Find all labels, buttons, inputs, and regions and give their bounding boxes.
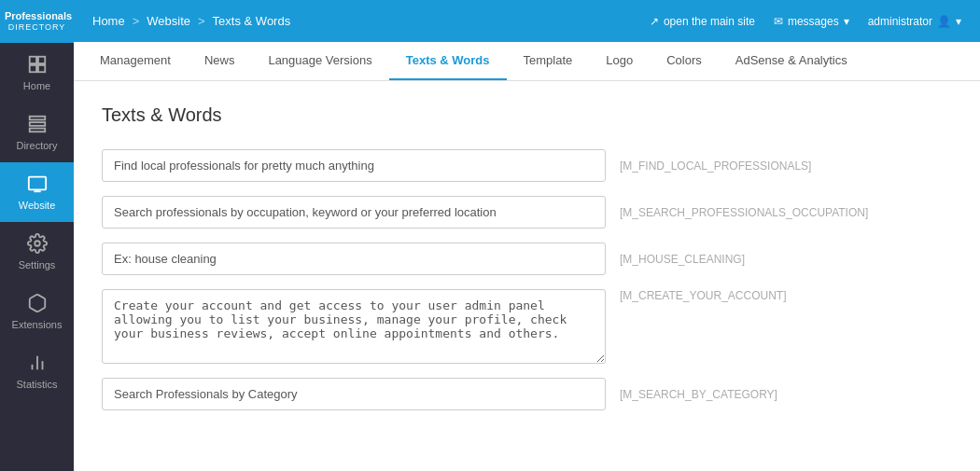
field-house-cleaning[interactable] xyxy=(102,242,606,275)
sidebar-logo: Professionals DIRECTORY xyxy=(0,0,74,43)
tab-management[interactable]: Management xyxy=(83,42,188,80)
tab-logo[interactable]: Logo xyxy=(589,42,650,80)
tab-news-label: News xyxy=(204,53,235,67)
admin-link[interactable]: administrator 👤 ▾ xyxy=(868,15,961,28)
breadcrumb-sep1: > xyxy=(133,14,140,28)
tab-template-label: Template xyxy=(524,53,573,67)
tab-logo-label: Logo xyxy=(606,53,633,67)
topbar: Home > Website > Texts & Words ↗ open th… xyxy=(74,0,980,42)
content-area: Management News Language Versions Texts … xyxy=(74,42,980,471)
admin-chevron-icon: ▾ xyxy=(956,15,961,28)
website-icon xyxy=(27,173,48,196)
topbar-right: ↗ open the main site ✉ messages ▾ admini… xyxy=(650,15,961,28)
svg-rect-6 xyxy=(29,129,45,132)
sidebar-website-label: Website xyxy=(19,200,56,211)
tab-language-versions[interactable]: Language Versions xyxy=(251,42,388,80)
field-row-2: [M_SEARCH_PROFESSIONALS_OCCUPATION] xyxy=(102,196,952,229)
brand-sub: DIRECTORY xyxy=(5,22,69,34)
sidebar-item-settings[interactable]: Settings xyxy=(0,222,74,282)
sidebar: Professionals DIRECTORY Home Directory W… xyxy=(0,0,74,471)
sidebar-item-statistics[interactable]: Statistics xyxy=(0,341,74,401)
tab-adsense-label: AdSense & Analytics xyxy=(735,53,847,67)
svg-rect-0 xyxy=(29,57,35,63)
breadcrumb-website[interactable]: Website xyxy=(147,14,190,28)
sidebar-directory-label: Directory xyxy=(16,140,57,151)
external-link-icon: ↗ xyxy=(650,15,659,28)
breadcrumb-home[interactable]: Home xyxy=(92,14,125,28)
breadcrumb-sep2: > xyxy=(198,14,205,28)
tabs-bar: Management News Language Versions Texts … xyxy=(74,42,980,81)
svg-rect-5 xyxy=(29,122,45,126)
open-site-label: open the main site xyxy=(664,15,755,28)
home-icon xyxy=(27,54,48,76)
tab-colors[interactable]: Colors xyxy=(650,42,719,80)
open-main-site-link[interactable]: ↗ open the main site xyxy=(650,15,755,28)
field-tag-2: [M_SEARCH_PROFESSIONALS_OCCUPATION] xyxy=(620,206,868,219)
tab-language-label: Language Versions xyxy=(268,53,371,67)
statistics-icon xyxy=(27,353,48,375)
admin-label: administrator xyxy=(868,15,932,28)
chevron-down-icon: ▾ xyxy=(844,15,849,28)
field-create-account[interactable]: Create your account and get access to yo… xyxy=(102,289,606,364)
brand-name: Professionals xyxy=(5,9,69,22)
sidebar-item-home[interactable]: Home xyxy=(0,43,74,103)
messages-link[interactable]: ✉ messages ▾ xyxy=(774,15,849,28)
field-find-professionals[interactable] xyxy=(102,149,606,182)
tab-texts-label: Texts & Words xyxy=(406,53,490,67)
svg-rect-3 xyxy=(37,65,44,72)
tab-texts-words[interactable]: Texts & Words xyxy=(389,42,507,80)
messages-label: messages xyxy=(788,15,839,28)
settings-icon xyxy=(27,233,48,256)
sidebar-settings-label: Settings xyxy=(19,259,56,270)
sidebar-item-directory[interactable]: Directory xyxy=(0,103,74,162)
extensions-icon xyxy=(27,293,48,315)
svg-rect-2 xyxy=(29,65,35,72)
tab-adsense[interactable]: AdSense & Analytics xyxy=(719,42,864,80)
main-area: Home > Website > Texts & Words ↗ open th… xyxy=(74,0,980,471)
field-tag-1: [M_FIND_LOCAL_PROFESSIONALS] xyxy=(620,159,811,173)
tab-colors-label: Colors xyxy=(666,53,702,67)
field-tag-5: [M_SEARCH_BY_CATEGORY] xyxy=(620,388,777,401)
mail-icon: ✉ xyxy=(774,15,783,28)
breadcrumb-current: Texts & Words xyxy=(213,14,291,28)
page-title: Texts & Words xyxy=(102,104,952,126)
svg-point-10 xyxy=(35,241,40,246)
tab-management-label: Management xyxy=(100,53,171,67)
field-search-professionals[interactable] xyxy=(102,196,606,229)
tab-news[interactable]: News xyxy=(188,42,252,80)
sidebar-extensions-label: Extensions xyxy=(12,319,63,330)
svg-rect-1 xyxy=(37,57,44,63)
page-content: Texts & Words [M_FIND_LOCAL_PROFESSIONAL… xyxy=(74,81,980,471)
field-row-5: [M_SEARCH_BY_CATEGORY] xyxy=(102,378,952,410)
field-row-4: Create your account and get access to yo… xyxy=(102,289,952,364)
svg-rect-7 xyxy=(28,177,45,190)
breadcrumb: Home > Website > Texts & Words xyxy=(92,14,642,28)
field-row-3: [M_HOUSE_CLEANING] xyxy=(102,242,952,275)
field-search-by-category[interactable] xyxy=(102,378,606,410)
tab-template[interactable]: Template xyxy=(507,42,590,80)
directory-icon xyxy=(27,114,48,136)
field-tag-4: [M_CREATE_YOUR_ACCOUNT] xyxy=(620,289,786,302)
svg-rect-4 xyxy=(29,117,45,120)
sidebar-item-website[interactable]: Website xyxy=(0,162,74,222)
sidebar-statistics-label: Statistics xyxy=(16,379,57,390)
field-tag-3: [M_HOUSE_CLEANING] xyxy=(620,253,745,266)
admin-icon: 👤 xyxy=(937,15,951,28)
sidebar-item-extensions[interactable]: Extensions xyxy=(0,282,74,341)
field-row-1: [M_FIND_LOCAL_PROFESSIONALS] xyxy=(102,149,952,182)
sidebar-home-label: Home xyxy=(23,80,50,91)
